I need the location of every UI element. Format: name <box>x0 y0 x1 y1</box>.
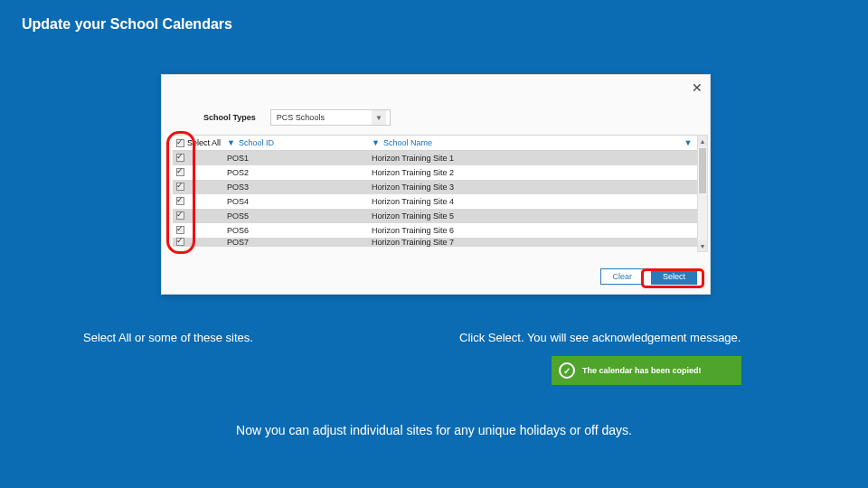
table-row[interactable]: POS7 Horizon Training Site 7 <box>173 238 699 247</box>
close-icon[interactable]: ✕ <box>692 80 703 95</box>
table-row[interactable]: POS4 Horizon Training Site 4 <box>173 194 699 209</box>
cell-school-id: POS5 <box>227 211 372 221</box>
column-school-id[interactable]: ▼ School ID <box>227 138 372 147</box>
scroll-up-icon[interactable]: ▲ <box>698 136 707 146</box>
cell-school-name: Horizon Training Site 4 <box>372 197 699 206</box>
cell-school-name: Horizon Training Site 2 <box>372 168 699 177</box>
school-types-dropdown[interactable]: PCS Schools ▼ <box>270 109 391 126</box>
column-select-all[interactable]: Select All <box>173 138 227 147</box>
cell-school-id: POS1 <box>227 154 372 163</box>
tip-click-select: Click Select. You will see acknowledgeme… <box>459 331 741 344</box>
dropdown-value: PCS Schools <box>277 113 325 122</box>
tip-select-all: Select All or some of these sites. <box>83 331 253 344</box>
cell-school-name: Horizon Training Site 3 <box>372 183 699 192</box>
table-row[interactable]: POS3 Horizon Training Site 3 <box>173 180 699 194</box>
column-school-id-label: School ID <box>239 138 274 147</box>
row-checkbox[interactable] <box>176 211 184 220</box>
clear-button[interactable]: Clear <box>600 268 644 285</box>
cell-school-id: POS7 <box>227 238 372 247</box>
column-end-filter[interactable]: ▼ <box>677 138 699 147</box>
table-row[interactable]: POS6 Horizon Training Site 6 <box>173 223 699 238</box>
table-row[interactable]: POS2 Horizon Training Site 2 <box>173 165 699 180</box>
school-types-label: School Types <box>203 113 256 122</box>
select-button[interactable]: Select <box>651 268 697 285</box>
schools-table: Select All ▼ School ID ▼ School Name ▼ P… <box>173 135 699 247</box>
select-all-label: Select All <box>187 138 221 147</box>
school-types-row: School Types PCS Schools ▼ <box>203 109 391 126</box>
row-checkbox[interactable] <box>176 197 184 205</box>
cell-school-name: Horizon Training Site 5 <box>372 211 699 221</box>
column-school-name-label: School Name <box>383 138 432 147</box>
check-circle-icon: ✓ <box>559 362 575 379</box>
row-checkbox[interactable] <box>176 183 184 191</box>
filter-icon[interactable]: ▼ <box>684 138 693 147</box>
row-checkbox[interactable] <box>176 154 184 162</box>
dialog-buttons: Clear Select <box>600 268 697 285</box>
row-checkbox[interactable] <box>176 238 184 246</box>
select-all-checkbox[interactable] <box>176 139 184 147</box>
table-header: Select All ▼ School ID ▼ School Name ▼ <box>173 135 699 151</box>
cell-school-id: POS2 <box>227 168 372 177</box>
row-checkbox[interactable] <box>176 168 184 176</box>
chevron-down-icon: ▼ <box>372 110 386 125</box>
column-school-name[interactable]: ▼ School Name <box>372 138 677 147</box>
bottom-note: Now you can adjust individual sites for … <box>0 423 868 437</box>
table-body: POS1 Horizon Training Site 1 POS2 Horizo… <box>173 151 699 247</box>
slide-title: Update your School Calendars <box>22 16 232 33</box>
cell-school-name: Horizon Training Site 6 <box>372 226 699 235</box>
table-row[interactable]: POS1 Horizon Training Site 1 <box>173 151 699 165</box>
cell-school-id: POS6 <box>227 226 372 235</box>
filter-icon[interactable]: ▼ <box>372 138 380 147</box>
scroll-down-icon[interactable]: ▼ <box>698 240 707 251</box>
table-row[interactable]: POS5 Horizon Training Site 5 <box>173 209 699 223</box>
scrollbar[interactable]: ▲ ▼ <box>697 135 708 252</box>
cell-school-id: POS3 <box>227 183 372 192</box>
cell-school-name: Horizon Training Site 7 <box>372 238 699 247</box>
toast-success: ✓ The calendar has been copied! <box>552 356 741 385</box>
filter-icon[interactable]: ▼ <box>227 138 235 147</box>
cell-school-id: POS4 <box>227 197 372 206</box>
dialog-panel: ✕ School Types PCS Schools ▼ Select All … <box>161 74 711 295</box>
row-checkbox[interactable] <box>176 226 184 234</box>
toast-message: The calendar has been copied! <box>582 366 702 375</box>
cell-school-name: Horizon Training Site 1 <box>372 154 699 163</box>
scroll-thumb[interactable] <box>699 148 706 193</box>
